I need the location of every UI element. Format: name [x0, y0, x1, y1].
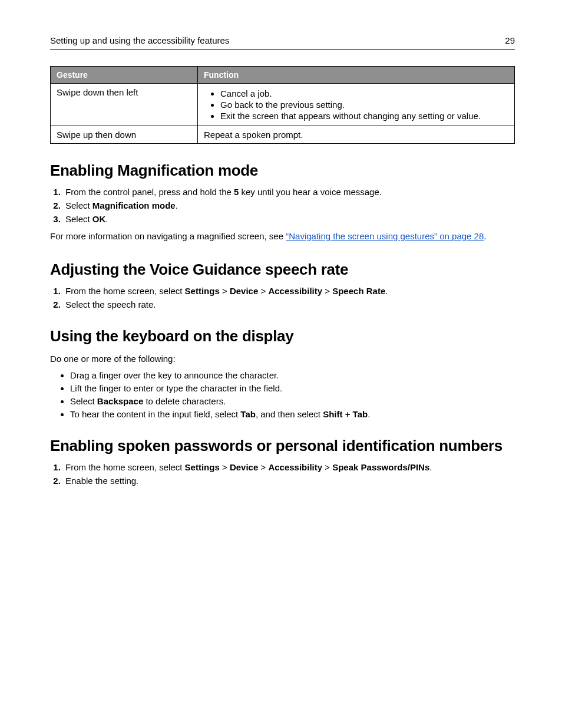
text: >	[258, 286, 268, 296]
header-title: Setting up and using the accessibility f…	[50, 35, 229, 45]
text: to delete characters.	[143, 396, 226, 406]
page-header: Setting up and using the accessibility f…	[50, 35, 515, 50]
cell-function: Repeat a spoken prompt.	[198, 126, 515, 144]
bold-text: Accessibility	[268, 462, 322, 472]
document-page: Setting up and using the accessibility f…	[0, 0, 562, 527]
text: >	[322, 462, 332, 472]
cross-reference-link[interactable]: “Navigating the screen using gestures” o…	[286, 231, 484, 241]
bold-text: Magnification mode	[92, 200, 176, 210]
col-header-function: Function	[198, 67, 515, 84]
step-item: From the home screen, select Settings > …	[63, 462, 515, 472]
cell-gesture: Swipe up then down	[51, 126, 198, 144]
table-header-row: Gesture Function	[51, 67, 515, 84]
list-item: Drag a finger over the key to announce t…	[70, 370, 515, 380]
text: Select	[65, 214, 92, 224]
cell-function: Cancel a job. Go back to the previous se…	[198, 84, 515, 126]
text: .	[429, 462, 432, 472]
list-item: Select Backspace to delete characters.	[70, 396, 515, 406]
bold-text: Speech Rate	[332, 286, 385, 296]
list-item: Cancel a job.	[220, 88, 508, 98]
bold-text: Tab	[240, 409, 256, 419]
step-item: From the home screen, select Settings > …	[63, 286, 515, 296]
steps-magnification: From the control panel, press and hold t…	[50, 187, 515, 224]
bold-text: Shift + Tab	[323, 409, 368, 419]
text: .	[176, 200, 178, 210]
steps-speech-rate: From the home screen, select Settings > …	[50, 286, 515, 309]
text: From the home screen, select	[65, 286, 185, 296]
text: Select	[65, 200, 92, 210]
step-item: Select the speech rate.	[63, 299, 515, 309]
text: >	[220, 286, 230, 296]
gesture-function-table: Gesture Function Swipe down then left Ca…	[50, 66, 515, 144]
bold-text: Backspace	[97, 396, 143, 406]
text: For more information on navigating a mag…	[50, 231, 286, 241]
text: Select	[70, 396, 97, 406]
list-item: Lift the finger to enter or type the cha…	[70, 383, 515, 393]
list-item: Exit the screen that appears without cha…	[220, 111, 508, 121]
text: >	[322, 286, 332, 296]
bold-text: Speak Passwords/PINs	[332, 462, 429, 472]
step-item: Enable the setting.	[63, 476, 515, 486]
text: >	[220, 462, 230, 472]
bold-text: OK	[92, 214, 106, 224]
bold-text: Device	[230, 286, 258, 296]
heading-speech-rate: Adjusting the Voice Guidance speech rate	[50, 261, 515, 279]
bullets-keyboard: Drag a finger over the key to announce t…	[50, 370, 515, 419]
bold-text: Settings	[185, 286, 220, 296]
text: From the control panel, press and hold t…	[65, 187, 234, 197]
heading-passwords: Enabling spoken passwords or personal id…	[50, 437, 515, 455]
bold-text: Accessibility	[268, 286, 322, 296]
heading-magnification: Enabling Magnification mode	[50, 162, 515, 180]
text: .	[484, 231, 486, 241]
heading-keyboard: Using the keyboard on the display	[50, 327, 515, 345]
text: key until you hear a voice message.	[239, 187, 382, 197]
text: >	[258, 462, 268, 472]
text: .	[368, 409, 370, 419]
more-info-paragraph: For more information on navigating a mag…	[50, 230, 515, 243]
text: From the home screen, select	[65, 462, 185, 472]
step-item: From the control panel, press and hold t…	[63, 187, 515, 197]
steps-passwords: From the home screen, select Settings > …	[50, 462, 515, 486]
text: To hear the content in the input field, …	[70, 409, 240, 419]
bold-text: Settings	[185, 462, 220, 472]
text: .	[105, 214, 108, 224]
page-number: 29	[505, 35, 515, 45]
step-item: Select Magnification mode.	[63, 200, 515, 210]
text: .	[385, 286, 388, 296]
step-item: Select OK.	[63, 214, 515, 224]
table-row: Swipe up then down Repeat a spoken promp…	[51, 126, 515, 144]
cell-gesture: Swipe down then left	[51, 84, 198, 126]
table-row: Swipe down then left Cancel a job. Go ba…	[51, 84, 515, 126]
list-item: To hear the content in the input field, …	[70, 409, 515, 419]
intro-paragraph: Do one or more of the following:	[50, 353, 515, 365]
col-header-gesture: Gesture	[51, 67, 198, 84]
list-item: Go back to the previous setting.	[220, 100, 508, 110]
text: , and then select	[256, 409, 323, 419]
bold-text: Device	[230, 462, 258, 472]
